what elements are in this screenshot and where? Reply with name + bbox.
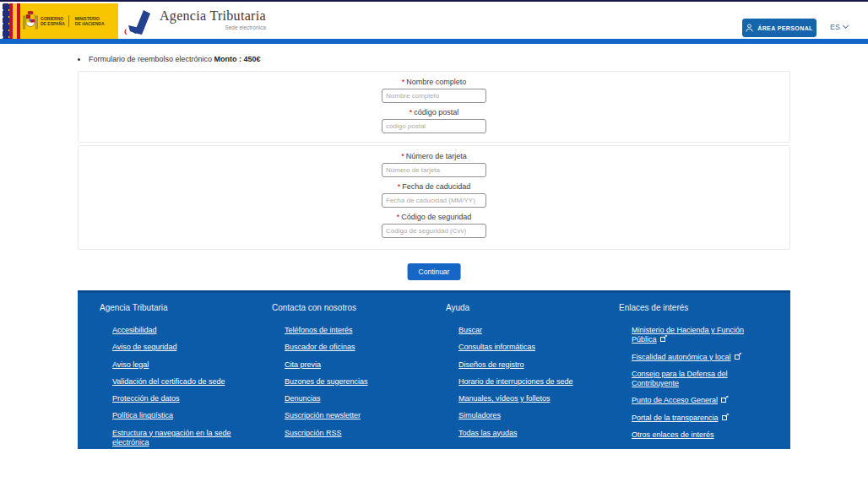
required-marker: * (401, 152, 404, 160)
gobierno-espana-logo[interactable]: GOBIERNO DE ESPAÑA MINISTERIO DE HACIEND… (3, 3, 118, 39)
expiry-date-label: *Fecha de caducidad (398, 182, 471, 191)
footer-link-validacion-certificado[interactable]: Validación del certificado de sede (112, 377, 272, 387)
expiry-date-field-group: *Fecha de caducidad (382, 182, 486, 208)
area-personal-button[interactable]: ÁREA PERSONAL (742, 19, 816, 37)
footer-link-fiscalidad-autonomica[interactable]: Fiscalidad autonómica y local↗ (632, 353, 769, 362)
footer-link-consejo-defensa[interactable]: Consejo para la Defensa del Contribuyent… (632, 370, 769, 389)
language-code: ES (830, 23, 840, 31)
footer-link-telefonos[interactable]: Teléfonos de interés (285, 326, 446, 335)
external-link-icon: ↗ (735, 354, 740, 360)
footer-link-ministerio-hacienda[interactable]: Ministerio de Hacienda y Función Pública… (632, 326, 769, 345)
card-data-section: *Número de tarjeta *Fecha de caducidad *… (78, 145, 790, 250)
footer-link-accesibilidad[interactable]: Accesibilidad (112, 326, 272, 335)
footer-link-buscar[interactable]: Buscar (458, 326, 619, 335)
security-code-input[interactable] (382, 224, 486, 238)
footer-link-suscripcion-newsletter[interactable]: Suscripción newsletter (285, 411, 446, 420)
footer-column-enlaces: Enlaces de interés Ministerio de Haciend… (619, 303, 784, 455)
agencia-tributaria-wordmark: Agencia Tributaria Sede electrónica (160, 8, 266, 30)
full-name-input[interactable] (382, 89, 486, 103)
continue-button[interactable]: Continuar (408, 263, 461, 280)
footer-link-politica-linguistica[interactable]: Política lingüística (112, 411, 272, 420)
footer-link-denuncias[interactable]: Denuncias (285, 394, 446, 403)
required-marker: * (410, 108, 413, 116)
footer-link-proteccion-datos[interactable]: Protección de datos (112, 394, 272, 403)
agencia-tributaria-logo[interactable]: Agencia Tributaria Sede electrónica (123, 8, 266, 35)
footer-link-horario-interrupciones[interactable]: Horario de interrupciones de sede (458, 377, 619, 387)
brand-name: Agencia Tributaria (160, 8, 266, 24)
postal-code-field-group: *código postal (382, 108, 486, 133)
postal-code-input[interactable] (382, 119, 486, 133)
footer-link-aviso-seguridad[interactable]: Aviso de seguridad (112, 343, 272, 352)
required-marker: * (397, 213, 400, 221)
footer-heading: Agencia Tributaria (100, 303, 272, 312)
agencia-tributaria-swoosh-icon (123, 8, 154, 35)
full-name-field-group: *Nombre completo (382, 78, 486, 103)
card-number-input[interactable] (382, 163, 486, 177)
required-marker: * (398, 182, 401, 191)
form-title-text: Formulario de reembolso electrónico (89, 55, 212, 63)
area-personal-label: ÁREA PERSONAL (757, 25, 813, 31)
full-name-label: *Nombre completo (402, 78, 467, 86)
header: GOBIERNO DE ESPAÑA MINISTERIO DE HACIEND… (0, 2, 868, 39)
postal-code-label: *código postal (410, 108, 459, 116)
brand-subtitle: Sede electrónica (160, 24, 266, 30)
chevron-down-icon (843, 23, 849, 29)
ministerio-hacienda-label: MINISTERIO DE HACIENDA (75, 16, 105, 27)
footer-link-manuales-videos[interactable]: Manuales, vídeos y folletos (458, 394, 619, 403)
government-logo-plate: GOBIERNO DE ESPAÑA MINISTERIO DE HACIEND… (20, 3, 118, 39)
external-link-icon: ↗ (660, 337, 665, 342)
header-blue-bar (0, 39, 868, 44)
footer-link-punto-acceso-general[interactable]: Punto de Acceso General↗ (632, 396, 769, 405)
person-icon (746, 24, 753, 32)
footer-link-buscador-oficinas[interactable]: Buscador de oficinas (285, 343, 446, 352)
footer-link-buzones[interactable]: Buzones de sugerencias (285, 377, 446, 387)
eu-flag-strip (3, 3, 9, 39)
personal-data-section: *Nombre completo *código postal (78, 71, 790, 143)
footer-link-simuladores[interactable]: Simuladores (458, 411, 619, 420)
language-selector[interactable]: ES (830, 23, 848, 31)
security-code-label: *Código de seguridad (397, 213, 472, 221)
required-marker: * (402, 78, 405, 86)
footer: Agencia Tributaria Accesibilidad Aviso d… (78, 290, 790, 449)
footer-link-suscripcion-rss[interactable]: Suscripción RSS (285, 429, 446, 438)
form-title: Formulario de reembolso electrónico Mont… (78, 55, 261, 63)
expiry-date-input[interactable] (382, 193, 486, 208)
security-code-field-group: *Código de seguridad (382, 213, 486, 238)
footer-link-otros-enlaces[interactable]: Otros enlaces de interés (632, 430, 769, 440)
footer-link-consultas-informaticas[interactable]: Consultas informáticas (458, 343, 619, 352)
external-link-icon: ↗ (721, 398, 726, 403)
footer-heading: Enlaces de interés (619, 303, 784, 312)
footer-link-cita-previa[interactable]: Cita previa (285, 360, 446, 370)
footer-heading: Ayuda (446, 303, 619, 312)
logo-divider (68, 15, 69, 27)
card-number-field-group: *Número de tarjeta (382, 152, 486, 177)
footer-link-todas-ayudas[interactable]: Todas las ayudas (458, 429, 619, 438)
card-number-label: *Número de tarjeta (401, 152, 467, 160)
footer-link-aviso-legal[interactable]: Aviso legal (112, 360, 272, 370)
external-link-icon: ↗ (722, 415, 727, 420)
footer-column-ayuda: Ayuda Buscar Consultas informáticas Dise… (446, 303, 619, 455)
footer-heading: Contacta con nosotros (272, 303, 446, 312)
footer-link-disenos-registro[interactable]: Diseños de registro (458, 360, 619, 370)
footer-column-agencia-tributaria: Agencia Tributaria Accesibilidad Aviso d… (100, 303, 272, 455)
footer-link-portal-transparencia[interactable]: Portal de la transparencia↗ (632, 414, 769, 423)
footer-link-estructura-navegacion[interactable]: Estructura y navegación en la sede elect… (112, 429, 264, 448)
page: GOBIERNO DE ESPAÑA MINISTERIO DE HACIEND… (0, 0, 868, 487)
amount-label: Monto : 450€ (214, 55, 261, 63)
spain-coat-of-arms-icon (23, 10, 38, 32)
footer-column-contacta: Contacta con nosotros Teléfonos de inter… (272, 303, 446, 455)
gobierno-espana-label: GOBIERNO DE ESPAÑA (41, 16, 65, 27)
